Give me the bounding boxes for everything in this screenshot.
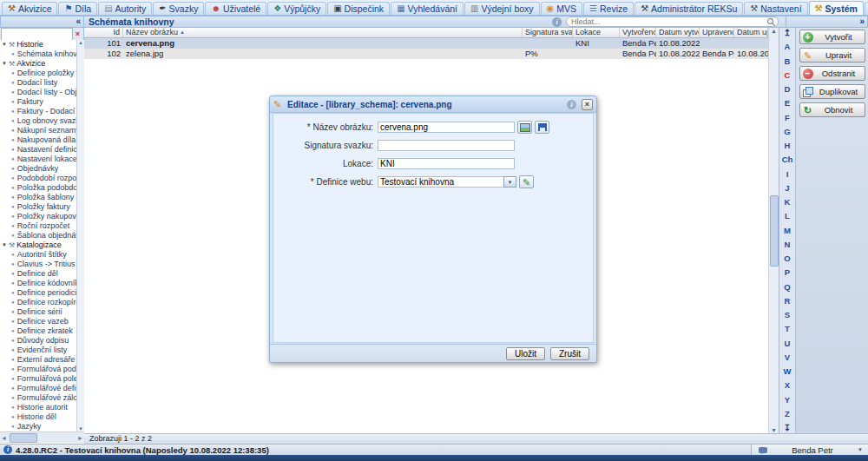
tab-revize[interactable]: ☰Revize bbox=[583, 2, 634, 15]
tree-item-historie-d-l[interactable]: ●Historie děl bbox=[0, 412, 76, 422]
tree-item-nastaven-definice-polo-ky[interactable]: ●Nastavení definice položky bbox=[0, 145, 76, 155]
tree-item-sch-mata-knihovny[interactable]: ●Schémata knihovny bbox=[0, 49, 76, 59]
tree-item-definice-vazeb[interactable]: ●Definice vazeb bbox=[0, 317, 76, 326]
column-header-lokace[interactable]: Lokace bbox=[573, 28, 620, 37]
expand-icon[interactable]: ▼ bbox=[2, 42, 7, 47]
scroll-up-icon[interactable]: ▲ bbox=[771, 28, 777, 34]
dialog-info-icon[interactable]: i bbox=[567, 100, 576, 109]
save-button[interactable]: Uložit bbox=[506, 347, 545, 360]
tree-section-katalogizace[interactable]: ▼⚒Katalogizace bbox=[0, 240, 76, 250]
alpha-letter-ch[interactable]: Ch bbox=[782, 155, 793, 164]
upravit-button[interactable]: Upravit bbox=[799, 48, 865, 63]
tree-item-nastaven-lokace-pro-objed[interactable]: ●Nastavení lokace pro objed bbox=[0, 155, 76, 164]
tree-item-log-obnovy-svazk[interactable]: ●Log obnovy svazků bbox=[0, 116, 76, 126]
alpha-letter-r[interactable]: R bbox=[785, 297, 791, 306]
info-icon[interactable]: i bbox=[3, 445, 12, 454]
tree-item-historie-autorit[interactable]: ●Historie autorit bbox=[0, 403, 76, 412]
alpha-letter-y[interactable]: Y bbox=[785, 396, 790, 405]
nazev-obrazku-field[interactable] bbox=[378, 122, 515, 133]
clear-filter-icon[interactable]: × bbox=[73, 30, 82, 38]
column-header-signatura-svazku[interactable]: Signatura svazku bbox=[523, 28, 573, 37]
alpha-letter-n[interactable]: N bbox=[785, 240, 791, 249]
scroll-left-icon[interactable]: ◄ bbox=[0, 435, 8, 441]
tree-item-formul-ov-z-lo-ky[interactable]: ●Formulářové záložky bbox=[0, 393, 76, 403]
tab-dispe-ink[interactable]: ▣Dispečink bbox=[327, 2, 390, 15]
alpha-letter-q[interactable]: Q bbox=[784, 283, 790, 292]
sidebar-horizontal-scrollbar[interactable]: ◄ ► bbox=[0, 431, 84, 443]
tab-slu-ba[interactable]: ⚒Služba bbox=[865, 2, 868, 15]
alpha-letter-s[interactable]: S bbox=[785, 311, 790, 319]
column-header-datum-upra[interactable]: Datum upra... bbox=[734, 28, 768, 37]
tree-item-n-kupn-seznamy[interactable]: ●Nákupní seznamy bbox=[0, 126, 76, 135]
tree-item-formul-ov-pole[interactable]: ●Formulářová pole bbox=[0, 374, 76, 384]
tree-item-definice-d-l[interactable]: ●Definice děl bbox=[0, 269, 76, 279]
column-header-vytvo-eno-u[interactable]: Vytvořeno u... bbox=[620, 28, 656, 37]
tree-item-formul-ov-definice[interactable]: ●Formulářové definice bbox=[0, 384, 76, 393]
tab-v-dejn-boxy[interactable]: ▥Výdejní boxy bbox=[464, 2, 540, 15]
tree-item-dodac-listy[interactable]: ●Dodací listy bbox=[0, 78, 76, 88]
tree-item-objedn-vky[interactable]: ●Objednávky bbox=[0, 164, 76, 174]
tree-filter-input[interactable] bbox=[1, 28, 73, 41]
tree-item-faktury[interactable]: ●Faktury bbox=[0, 97, 76, 107]
tree-item-definice-k-dovn-k[interactable]: ●Definice kódovníků bbox=[0, 279, 76, 288]
tree-item-faktury-dodac-listy[interactable]: ●Faktury - Dodací listy bbox=[0, 107, 76, 116]
column-header-n-zev-obr-zku[interactable]: Název obrázku▲ bbox=[123, 28, 523, 37]
cancel-button[interactable]: Zrušit bbox=[550, 347, 589, 360]
alpha-letter-x[interactable]: X bbox=[785, 381, 790, 390]
tree-item-definice-periodicity[interactable]: ●Definice periodicity bbox=[0, 288, 76, 298]
alpha-letter-w[interactable]: W bbox=[784, 367, 792, 376]
upload-image-button[interactable] bbox=[517, 121, 532, 134]
tree-item-podobdob-rozpo-tu[interactable]: ●Podobdobí rozpočtu bbox=[0, 174, 76, 183]
definice-webu-field[interactable] bbox=[378, 176, 503, 188]
tree-section-akvizice[interactable]: ▼⚒Akvizice bbox=[0, 59, 76, 69]
odstranit-button[interactable]: Odstranit bbox=[799, 66, 865, 81]
jump-to-top-icon[interactable]: ↥ bbox=[784, 29, 791, 37]
alpha-letter-f[interactable]: F bbox=[785, 114, 790, 122]
tree-item-ablona-objedn-vky[interactable]: ●Šablona objednávky bbox=[0, 231, 76, 240]
tree-item-dodac-listy-objedn-vka[interactable]: ●Dodací listy - Objednávka bbox=[0, 88, 76, 97]
expand-icon[interactable]: ▼ bbox=[2, 61, 7, 66]
grid-vertical-scrollbar[interactable]: ▲ ▼ bbox=[768, 28, 779, 433]
tab-u-ivatel[interactable]: ☻Uživatelé bbox=[205, 2, 266, 15]
tab-nastaven[interactable]: ⚒Nastavení bbox=[744, 2, 807, 15]
expand-icon[interactable]: ▼ bbox=[2, 242, 7, 247]
alpha-letter-a[interactable]: A bbox=[785, 43, 791, 51]
tab-v-p-j-ky[interactable]: ❖Výpůjčky bbox=[267, 2, 326, 15]
scroll-down-icon[interactable]: ▼ bbox=[771, 427, 777, 433]
alpha-letter-m[interactable]: M bbox=[784, 227, 791, 235]
alpha-letter-j[interactable]: J bbox=[785, 184, 789, 193]
edit-web-definition-button[interactable] bbox=[519, 175, 534, 188]
close-icon[interactable]: × bbox=[582, 99, 593, 110]
column-header-datum-vytvo[interactable]: Datum vytvo... bbox=[656, 28, 700, 37]
tree-item-polo-ka-ablony-objedn-vk[interactable]: ●Položka šablony objednávk bbox=[0, 193, 76, 202]
tree-item-ro-n-rozpo-et[interactable]: ●Roční rozpočet bbox=[0, 221, 76, 231]
tab-mvs[interactable]: ◉MVS bbox=[541, 2, 583, 15]
collapse-sidebar-icon[interactable]: « bbox=[76, 17, 81, 26]
chevron-down-icon[interactable]: ▼ bbox=[503, 176, 516, 188]
tree-section-historie[interactable]: ▼⚒Historie bbox=[0, 40, 76, 49]
alpha-letter-z[interactable]: Z bbox=[785, 410, 790, 418]
alpha-letter-i[interactable]: I bbox=[786, 170, 789, 179]
info-icon[interactable]: i bbox=[552, 17, 562, 27]
tab-autority[interactable]: ▤Autority bbox=[98, 2, 152, 15]
lokace-field[interactable] bbox=[378, 158, 515, 169]
tree-item-clavius-tritius[interactable]: ●Clavius -> Tritius bbox=[0, 260, 76, 269]
tree-item-nakupovan-d-la[interactable]: ●Nakupovaná díla bbox=[0, 135, 76, 145]
tree-item-polo-ka-podobdob-rozpo-t[interactable]: ●Položka podobdobí rozpočt bbox=[0, 183, 76, 193]
signatura-svazku-field[interactable] bbox=[378, 140, 515, 151]
jump-to-bottom-icon[interactable]: ↧ bbox=[784, 424, 791, 432]
alpha-letter-g[interactable]: G bbox=[784, 128, 790, 136]
alpha-letter-l[interactable]: L bbox=[785, 212, 790, 221]
alpha-letter-k[interactable]: K bbox=[785, 198, 791, 207]
tree-item-autoritn-t-tky[interactable]: ●Autoritní štítky bbox=[0, 250, 76, 260]
expand-right-panel-icon[interactable]: » bbox=[859, 17, 865, 26]
tree-item-definice-rozkop-rov-n[interactable]: ●Definice rozkopírování bbox=[0, 298, 76, 307]
tree-item-extern-adres-e[interactable]: ●Externí adresáře bbox=[0, 355, 76, 365]
alpha-letter-e[interactable]: E bbox=[785, 99, 790, 108]
tree-item-definice-polo-ky-faktury[interactable]: ●Definice položky faktury bbox=[0, 69, 76, 78]
tab-d-la[interactable]: ⚑Díla bbox=[58, 2, 97, 15]
duplikovat-button[interactable]: Duplikovat bbox=[799, 84, 865, 99]
scroll-right-icon[interactable]: ► bbox=[76, 435, 84, 441]
alpha-letter-b[interactable]: B bbox=[785, 57, 791, 66]
column-header-upraveno-u[interactable]: Upraveno u... bbox=[700, 28, 734, 37]
